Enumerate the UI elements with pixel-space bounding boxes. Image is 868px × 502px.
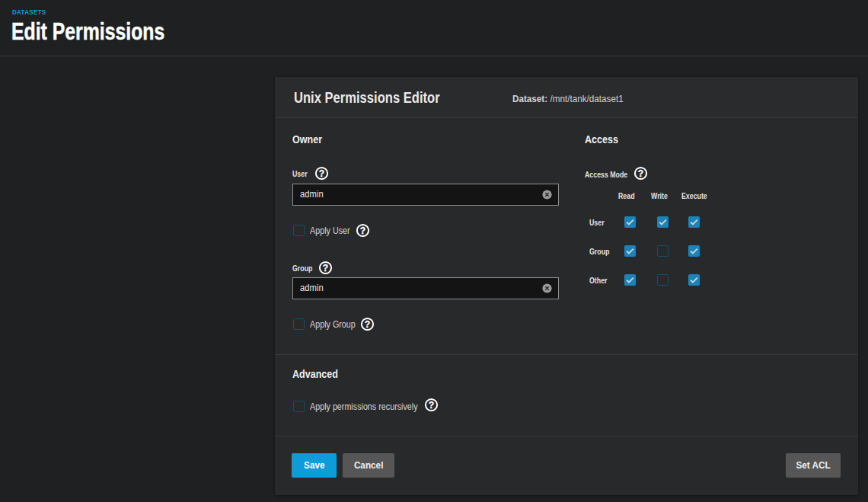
svg-text:?: ? xyxy=(365,318,370,329)
svg-text:?: ? xyxy=(638,168,643,179)
svg-text:?: ? xyxy=(360,225,365,235)
svg-text:?: ? xyxy=(429,399,434,410)
svg-text:?: ? xyxy=(323,263,328,273)
svg-text:?: ? xyxy=(319,168,324,179)
